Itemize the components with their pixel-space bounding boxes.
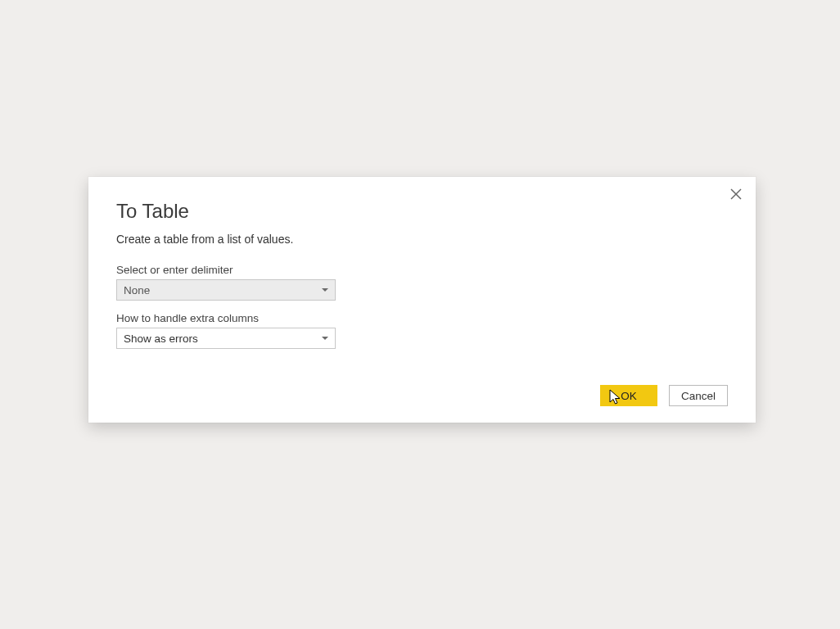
delimiter-field: Select or enter delimiter None bbox=[116, 264, 728, 301]
extra-columns-label: How to handle extra columns bbox=[116, 312, 728, 324]
extra-columns-select[interactable]: Show as errors bbox=[116, 328, 336, 349]
chevron-down-icon bbox=[322, 337, 328, 340]
dialog-content: To Table Create a table from a list of v… bbox=[88, 177, 756, 349]
ok-button[interactable]: OK bbox=[600, 385, 657, 406]
delimiter-select[interactable]: None bbox=[116, 279, 336, 301]
chevron-down-icon bbox=[322, 288, 328, 292]
dialog-footer: OK Cancel bbox=[600, 385, 728, 406]
delimiter-value: None bbox=[124, 284, 150, 296]
cancel-button-label: Cancel bbox=[681, 390, 716, 402]
to-table-dialog: To Table Create a table from a list of v… bbox=[88, 177, 756, 423]
dialog-title: To Table bbox=[116, 200, 728, 223]
extra-columns-value: Show as errors bbox=[124, 333, 198, 345]
close-icon bbox=[730, 188, 742, 202]
extra-columns-field: How to handle extra columns Show as erro… bbox=[116, 312, 728, 349]
ok-button-label: OK bbox=[621, 390, 637, 402]
close-button[interactable] bbox=[726, 185, 746, 205]
dialog-subtitle: Create a table from a list of values. bbox=[116, 233, 728, 246]
cancel-button[interactable]: Cancel bbox=[669, 385, 728, 406]
delimiter-label: Select or enter delimiter bbox=[116, 264, 728, 276]
